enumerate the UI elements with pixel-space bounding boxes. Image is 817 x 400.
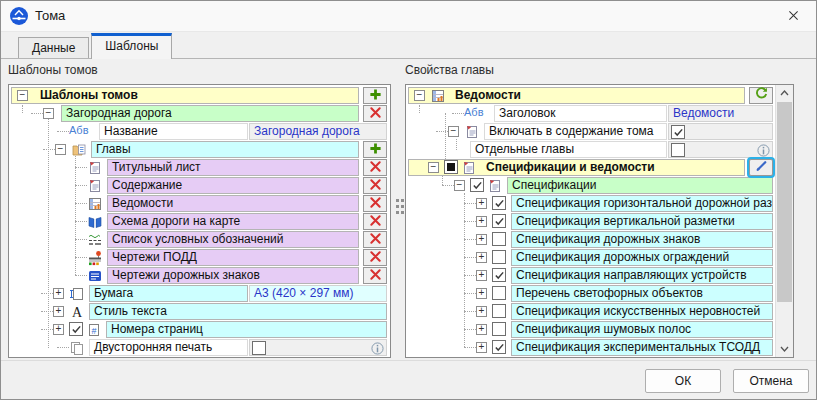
- chapter-shema-dorogi[interactable]: Схема дороги на карте: [9, 213, 390, 231]
- spec-eksperimentalnyh-tsodd[interactable]: Спецификация экспериментальных ТСОДД+: [406, 339, 776, 357]
- delete-button[interactable]: [363, 159, 387, 176]
- prop-stil-teksta-cell[interactable]: Стиль текста: [89, 303, 387, 320]
- expand-toggle[interactable]: −: [414, 90, 425, 101]
- chapter-spisok-oboznacheniy-cell[interactable]: Список условных обозначений: [107, 231, 359, 248]
- chapter-chertezhi-podd-cell[interactable]: Чертежи ПОДД: [107, 249, 359, 266]
- chapter-root-vedomosti[interactable]: Ведомости−: [406, 87, 776, 105]
- tree-checkbox[interactable]: [492, 250, 506, 264]
- tab-dannye[interactable]: Данные: [18, 37, 89, 58]
- prop-vklyuchat-v-soderzhanie[interactable]: Включать в содержание тома−: [406, 123, 776, 141]
- spec-vertikalnoy-razmetki-cell[interactable]: Спецификация вертикальной разметки: [511, 213, 773, 230]
- prop-dvustoronnyaya-pechat-value[interactable]: [249, 339, 387, 356]
- scrollbar[interactable]: [775, 85, 793, 357]
- spec-shumovyh-polos[interactable]: Спецификация шумовых полос+: [406, 321, 776, 339]
- chapter-vedomosti-cell[interactable]: Ведомости: [107, 195, 359, 212]
- tree-checkbox[interactable]: [492, 304, 506, 318]
- info-icon[interactable]: [757, 143, 770, 161]
- chapter-spisok-oboznacheniy[interactable]: Список условных обозначений: [9, 231, 390, 249]
- prop-stil-teksta[interactable]: Стиль текста+A: [9, 303, 390, 321]
- edit-button[interactable]: [749, 159, 773, 176]
- spec-dorozhnyh-znakov[interactable]: Спецификация дорожных знаков+: [406, 231, 776, 249]
- spec-gorizontalnoy-razmetki-cell[interactable]: Спецификация горизонтальной дорожной раз…: [511, 195, 773, 212]
- chapter-root-vedomosti-cell[interactable]: Ведомости: [408, 87, 745, 104]
- expand-toggle[interactable]: −: [448, 126, 459, 137]
- expand-toggle[interactable]: −: [43, 108, 54, 119]
- templates-root[interactable]: Шаблоны томов−: [9, 87, 390, 105]
- chapter-soderzhanie-cell[interactable]: Содержание: [107, 177, 359, 194]
- prop-nazvanie[interactable]: НазваниеАбвЗагородная дорога: [9, 123, 390, 141]
- delete-button[interactable]: [363, 267, 387, 284]
- group-specifikacii-i-vedomosti-cell[interactable]: Спецификации и ведомости: [408, 159, 745, 176]
- add-button[interactable]: [363, 87, 387, 104]
- tab-shablony[interactable]: Шаблоны: [91, 33, 172, 59]
- scrollbar-thumb[interactable]: [777, 102, 792, 302]
- delete-button[interactable]: [363, 213, 387, 230]
- chapter-chertezhi-znakov[interactable]: Чертежи дорожных знаков: [9, 267, 390, 285]
- chapter-titulny-list-cell[interactable]: Титульный лист: [107, 159, 359, 176]
- expand-toggle[interactable]: +: [476, 252, 487, 263]
- chapter-chertezhi-podd[interactable]: Чертежи ПОДД: [9, 249, 390, 267]
- chapter-shema-dorogi-cell[interactable]: Схема дороги на карте: [107, 213, 359, 230]
- prop-bumaga-cell[interactable]: Бумага: [89, 285, 248, 302]
- group-specifikacii-cell[interactable]: Спецификации: [507, 177, 773, 194]
- expand-toggle[interactable]: +: [53, 324, 64, 335]
- close-button[interactable]: [771, 1, 816, 31]
- tree-checkbox[interactable]: [492, 322, 506, 336]
- prop-nazvanie-cell[interactable]: Название: [99, 123, 248, 140]
- group-specifikacii-i-vedomosti[interactable]: Спецификации и ведомости−: [406, 159, 776, 177]
- prop-dvustoronnyaya-pechat[interactable]: Двусторонняя печать: [9, 339, 390, 357]
- spec-napravlyayushchih-ustroystv-cell[interactable]: Спецификация направляющих устройств: [511, 267, 773, 284]
- prop-zagolovok[interactable]: ЗаголовокАбвВедомости: [406, 105, 776, 123]
- group-specifikacii[interactable]: Спецификации−: [406, 177, 776, 195]
- prop-nazvanie-value[interactable]: Загородная дорога: [249, 123, 387, 140]
- prop-nomera-stranic-cell[interactable]: Номера страниц: [106, 321, 387, 338]
- expand-toggle[interactable]: +: [476, 216, 487, 227]
- spec-vertikalnoy-razmetki[interactable]: Спецификация вертикальной разметки+: [406, 213, 776, 231]
- prop-vklyuchat-v-soderzhanie-value[interactable]: [668, 123, 773, 140]
- chapter-soderzhanie[interactable]: Содержание: [9, 177, 390, 195]
- delete-button[interactable]: [363, 249, 387, 266]
- expand-toggle[interactable]: +: [476, 198, 487, 209]
- spec-iskusstvennyh-nerovnostey-cell[interactable]: Спецификация искусственных неровностей: [511, 303, 773, 320]
- expand-toggle[interactable]: +: [476, 288, 487, 299]
- spec-iskusstvennyh-nerovnostey[interactable]: Спецификация искусственных неровностей+: [406, 303, 776, 321]
- prop-nomera-stranic[interactable]: Номера страниц+#: [9, 321, 390, 339]
- value-checkbox[interactable]: [671, 125, 685, 139]
- add-button[interactable]: [363, 141, 387, 158]
- spec-dorozhnyh-znakov-cell[interactable]: Спецификация дорожных знаков: [511, 231, 773, 248]
- value-checkbox[interactable]: [252, 341, 266, 355]
- chapter-chertezhi-znakov-cell[interactable]: Чертежи дорожных знаков: [107, 267, 359, 284]
- templates-root-cell[interactable]: Шаблоны томов: [11, 87, 359, 104]
- tree-checkbox[interactable]: [492, 340, 506, 354]
- expand-toggle[interactable]: +: [476, 234, 487, 245]
- spec-napravlyayushchih-ustroystv[interactable]: Спецификация направляющих устройств+: [406, 267, 776, 285]
- value-checkbox[interactable]: [671, 143, 685, 157]
- prop-zagolovok-value[interactable]: Ведомости: [668, 105, 773, 122]
- chapter-titulny-list[interactable]: Титульный лист: [9, 159, 390, 177]
- refresh-button[interactable]: [749, 87, 773, 104]
- template-zagorodnaya-doroga[interactable]: Загородная дорога−: [9, 105, 390, 123]
- expand-toggle[interactable]: +: [476, 342, 487, 353]
- spec-perechen-svetofornyh-cell[interactable]: Перечень светофорных объектов: [511, 285, 773, 302]
- tree-checkbox[interactable]: [492, 196, 506, 210]
- group-glavy[interactable]: Главы−: [9, 141, 390, 159]
- expand-toggle[interactable]: −: [55, 144, 66, 155]
- delete-button[interactable]: [363, 195, 387, 212]
- spec-shumovyh-polos-cell[interactable]: Спецификация шумовых полос: [511, 321, 773, 338]
- delete-button[interactable]: [363, 177, 387, 194]
- tree-checkbox[interactable]: [492, 286, 506, 300]
- scroll-down-button[interactable]: [776, 341, 793, 357]
- spec-gorizontalnoy-razmetki[interactable]: Спецификация горизонтальной дорожной раз…: [406, 195, 776, 213]
- template-zagorodnaya-doroga-cell[interactable]: Загородная дорога: [61, 105, 359, 122]
- expand-toggle[interactable]: +: [53, 288, 64, 299]
- expand-toggle[interactable]: +: [476, 270, 487, 281]
- tree-checkbox[interactable]: [444, 160, 458, 174]
- expand-toggle[interactable]: +: [53, 306, 64, 317]
- prop-otdelnye-glavy-cell[interactable]: Отдельные главы: [470, 141, 667, 158]
- expand-toggle[interactable]: −: [428, 162, 439, 173]
- spec-dorozhnyh-ograzhdeniy-cell[interactable]: Спецификация дорожных ограждений: [511, 249, 773, 266]
- prop-otdelnye-glavy[interactable]: Отдельные главы: [406, 141, 776, 159]
- chapter-vedomosti[interactable]: Ведомости: [9, 195, 390, 213]
- expand-toggle[interactable]: +: [476, 324, 487, 335]
- tree-checkbox[interactable]: [492, 214, 506, 228]
